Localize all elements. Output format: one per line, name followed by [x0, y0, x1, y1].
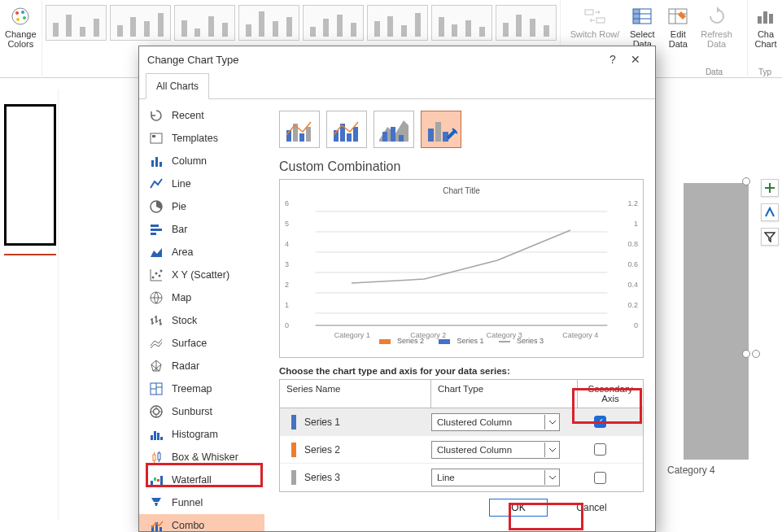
slide-thumbnail-pane[interactable]: [2, 89, 59, 521]
header-series-name: Series Name: [280, 380, 431, 408]
combo-subtype-2[interactable]: [326, 111, 367, 148]
category-bar[interactable]: Bar: [139, 218, 264, 241]
svg-rect-51: [160, 476, 163, 486]
category-column[interactable]: Column: [139, 150, 264, 172]
svg-point-27: [152, 277, 155, 279]
category-area[interactable]: Area: [139, 241, 264, 264]
category-tick: Category 3: [487, 331, 522, 339]
switch-icon: [582, 3, 608, 29]
help-button[interactable]: ?: [601, 53, 624, 66]
category-treemap[interactable]: Treemap: [139, 377, 264, 400]
category-stock[interactable]: Stock: [139, 309, 264, 332]
svg-rect-42: [153, 455, 155, 460]
category-radar[interactable]: Radar: [139, 355, 264, 377]
secondary-axis-checkbox[interactable]: ✓: [594, 416, 606, 428]
chart-style-thumb[interactable]: [303, 5, 364, 41]
svg-point-28: [155, 273, 158, 275]
series-row[interactable]: Series 1Clustered Column✓: [280, 408, 643, 436]
right-axis-tick: 1.2: [627, 199, 638, 207]
funnel-icon: [149, 495, 164, 510]
chart-style-thumb[interactable]: [110, 5, 171, 41]
svg-point-3: [23, 16, 26, 20]
series-row[interactable]: Series 2Clustered Column: [280, 436, 643, 464]
change-colors-button[interactable]: Change Colors: [0, 0, 42, 52]
category-label: Map: [172, 292, 191, 303]
svg-rect-48: [151, 481, 153, 486]
category-label: Bar: [172, 224, 187, 235]
secondary-axis-checkbox[interactable]: [594, 443, 606, 456]
tab-all-charts[interactable]: All Charts: [146, 73, 209, 99]
chart-style-gallery[interactable]: [42, 0, 560, 46]
chevron-down-icon: [544, 470, 559, 485]
svg-rect-61: [347, 133, 352, 142]
select-data-button[interactable]: Select Data: [624, 0, 660, 52]
refresh-data-button[interactable]: Refresh Data: [696, 0, 737, 52]
selection-handle[interactable]: [742, 350, 750, 358]
category-templates[interactable]: Templates: [139, 127, 264, 150]
chart-elements-button[interactable]: [761, 179, 779, 197]
category-histogram[interactable]: Histogram: [139, 423, 264, 446]
map-icon: [149, 290, 164, 305]
svg-point-29: [159, 275, 161, 277]
series-chart-type-dropdown[interactable]: Clustered Column: [431, 441, 560, 459]
close-button[interactable]: ✕: [624, 53, 647, 66]
category-map[interactable]: Map: [139, 286, 264, 309]
chart-preview: Chart Title 6543210 1.210.80.60.40.20 Ca…: [279, 179, 644, 358]
category-sunburst[interactable]: Sunburst: [139, 400, 264, 423]
change-chart-type-button[interactable]: Cha Chart: [748, 0, 782, 52]
category-line[interactable]: Line: [139, 172, 264, 195]
selection-handle[interactable]: [752, 350, 760, 358]
series-row[interactable]: Series 3Line: [280, 464, 643, 491]
svg-rect-58: [306, 127, 311, 142]
series-chart-type-dropdown[interactable]: Line: [431, 469, 560, 486]
svg-rect-19: [152, 135, 155, 137]
chart-style-thumb[interactable]: [367, 5, 428, 41]
selection-handle[interactable]: [742, 177, 750, 185]
category-funnel[interactable]: Funnel: [139, 491, 264, 514]
svg-rect-54: [159, 527, 162, 531]
dialog-title: Change Chart Type: [147, 54, 239, 66]
right-axis-tick: 0.2: [627, 301, 638, 309]
category-waterfall[interactable]: Waterfall: [139, 469, 264, 491]
svg-rect-57: [299, 133, 304, 142]
slide-thumbnail[interactable]: [4, 104, 56, 246]
category-combo[interactable]: Combo: [139, 514, 264, 531]
category-label: X Y (Scatter): [172, 269, 229, 281]
chart-style-thumb[interactable]: [174, 5, 235, 41]
combo-subtype-3[interactable]: [374, 111, 414, 148]
left-axis-tick: 2: [285, 281, 289, 289]
category-recent[interactable]: Recent: [139, 104, 264, 127]
category-label: Column: [172, 155, 207, 167]
category-tick: Category 4: [562, 331, 598, 339]
category-xy[interactable]: X Y (Scatter): [139, 264, 264, 286]
slide-separator: [4, 254, 56, 255]
chart-filters-button[interactable]: [761, 228, 779, 246]
chart-style-thumb[interactable]: [238, 5, 299, 41]
switch-row-column-button[interactable]: Switch Row/: [566, 0, 625, 42]
header-secondary-axis: Secondary Axis: [578, 380, 643, 408]
category-pie[interactable]: Pie: [139, 195, 264, 218]
dialog-titlebar[interactable]: Change Chart Type ? ✕: [139, 46, 655, 72]
chart-style-thumb[interactable]: [496, 5, 557, 41]
cancel-button[interactable]: Cancel: [562, 499, 621, 517]
category-label: Recent: [172, 110, 204, 121]
svg-rect-22: [159, 162, 162, 167]
secondary-axis-checkbox[interactable]: [594, 472, 606, 484]
category-surface[interactable]: Surface: [139, 332, 264, 355]
category-label: Waterfall: [172, 474, 212, 486]
chart-style-thumb[interactable]: [431, 5, 492, 41]
combo-subtype-1[interactable]: [279, 111, 320, 148]
combo-subtype-custom[interactable]: [421, 111, 461, 148]
surface-icon: [149, 336, 164, 351]
series-table: Series Name Chart Type Secondary Axis Se…: [279, 379, 644, 492]
series-chart-type-dropdown[interactable]: Clustered Column: [431, 413, 560, 431]
chart-style-thumb[interactable]: [46, 5, 107, 41]
ok-button[interactable]: OK: [489, 499, 548, 517]
category-boxwhisker[interactable]: Box & Whisker: [139, 446, 264, 469]
edit-data-button[interactable]: Edit Data: [660, 0, 696, 52]
svg-rect-38: [151, 435, 153, 440]
chart-styles-button[interactable]: [761, 203, 779, 221]
series-name: Series 3: [304, 472, 431, 483]
category-label: Treemap: [172, 383, 212, 395]
category-label: Templates: [172, 133, 218, 144]
